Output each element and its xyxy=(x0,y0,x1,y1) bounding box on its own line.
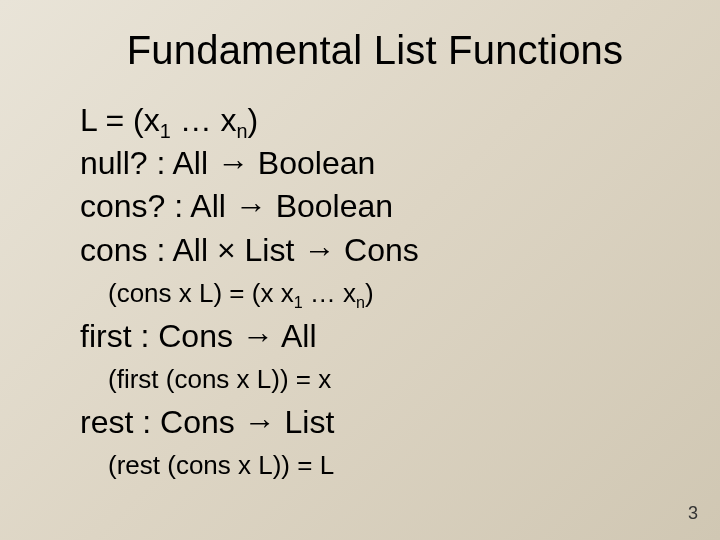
text: ) xyxy=(248,102,259,138)
cons-equation: (cons x L) = (x x1 … xn) xyxy=(108,274,670,313)
first-signature: first : Cons → All xyxy=(80,315,670,358)
rest-signature: rest : Cons → List xyxy=(80,401,670,444)
null-signature: null? : All → Boolean xyxy=(80,142,670,185)
subscript-n: n xyxy=(356,293,365,311)
subscript-1: 1 xyxy=(294,293,303,311)
subscript-1: 1 xyxy=(160,120,171,142)
cons-pred-signature: cons? : All → Boolean xyxy=(80,185,670,228)
page-number: 3 xyxy=(688,503,698,524)
cons-signature: cons : All × List → Cons xyxy=(80,229,670,272)
first-equation: (first (cons x L)) = x xyxy=(108,360,670,399)
list-definition: L = (x1 … xn) xyxy=(80,99,670,142)
text: … x xyxy=(303,278,356,308)
slide-title: Fundamental List Functions xyxy=(80,28,670,73)
text: ) xyxy=(365,278,374,308)
text: … x xyxy=(171,102,237,138)
rest-equation: (rest (cons x L)) = L xyxy=(108,446,670,485)
subscript-n: n xyxy=(237,120,248,142)
text: L = (x xyxy=(80,102,160,138)
slide: Fundamental List Functions L = (x1 … xn)… xyxy=(0,0,720,540)
text: (cons x L) = (x x xyxy=(108,278,294,308)
